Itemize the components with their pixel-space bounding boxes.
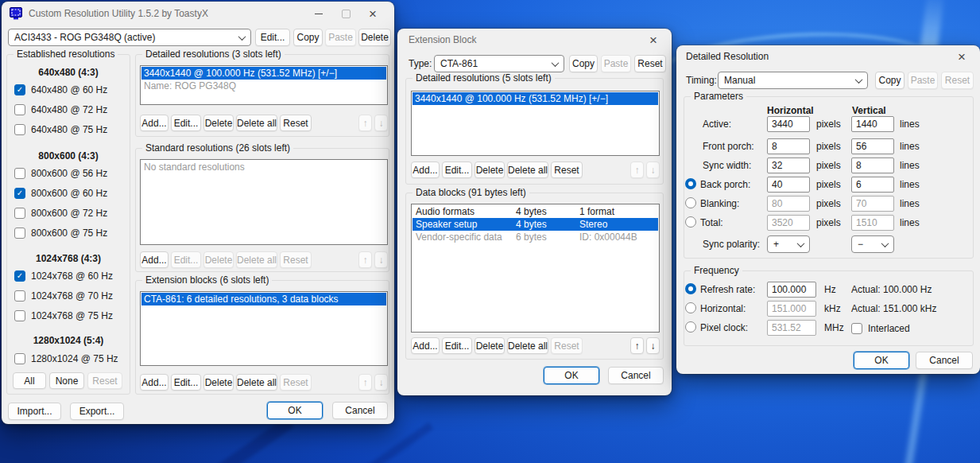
checkbox-640x480-72[interactable] bbox=[14, 104, 25, 115]
edit-display-button[interactable]: Edit... bbox=[255, 29, 290, 46]
cancel-button[interactable]: Cancel bbox=[332, 402, 388, 419]
delete-all-data-block-button[interactable]: Delete all bbox=[507, 337, 548, 354]
copy-extension-button[interactable]: Copy bbox=[569, 55, 598, 72]
back-porch-horizontal-input[interactable] bbox=[767, 177, 810, 193]
edit-extension-button[interactable]: Edit... bbox=[171, 374, 201, 391]
standard-resolutions-list[interactable]: No standard resolutions bbox=[140, 159, 388, 245]
display-dropdown[interactable]: ACI3433 - ROG PG348Q (active) bbox=[8, 29, 251, 46]
all-button[interactable]: All bbox=[13, 372, 46, 389]
horizontal-polarity-dropdown[interactable]: + bbox=[767, 235, 810, 253]
list-item[interactable]: Name: ROG PG348Q bbox=[141, 80, 386, 92]
checkbox-row[interactable]: 800x600 @ 60 Hz bbox=[14, 187, 107, 200]
checkbox-800x600-72[interactable] bbox=[14, 208, 25, 219]
close-button[interactable] bbox=[640, 29, 667, 50]
timing-dropdown[interactable]: Manual bbox=[718, 72, 868, 89]
front-porch-horizontal-input[interactable] bbox=[767, 138, 810, 154]
refresh-rate-radio[interactable] bbox=[685, 283, 696, 294]
checkbox-row[interactable]: 1024x768 @ 60 Hz bbox=[14, 270, 113, 282]
vertical-polarity-dropdown[interactable]: − bbox=[851, 235, 894, 253]
sync-width-vertical-input[interactable] bbox=[851, 158, 894, 173]
delete-data-block-button[interactable]: Delete bbox=[475, 337, 505, 354]
titlebar[interactable]: Detailed Resolution bbox=[676, 45, 980, 68]
reset-extension-button[interactable]: Reset bbox=[634, 55, 666, 72]
cancel-button[interactable]: Cancel bbox=[608, 367, 664, 384]
ok-button[interactable]: OK bbox=[544, 367, 599, 384]
checkbox-1024x768-75[interactable] bbox=[14, 310, 25, 321]
delete-display-button[interactable]: Delete bbox=[358, 29, 391, 46]
add-detailed-button[interactable]: Add... bbox=[140, 115, 168, 131]
horizontal-freq-radio[interactable] bbox=[685, 302, 696, 313]
add-standard-button[interactable]: Add... bbox=[140, 251, 168, 268]
active-horizontal-input[interactable] bbox=[767, 116, 810, 132]
detailed-resolutions-list[interactable]: 3440x1440 @ 100.000 Hz (531.52 MHz) [+/−… bbox=[140, 65, 388, 105]
checkbox-row[interactable]: 640x480 @ 60 Hz bbox=[14, 84, 107, 96]
interlaced-row[interactable]: Interlaced bbox=[851, 322, 910, 335]
checkbox-row[interactable]: 800x600 @ 75 Hz bbox=[14, 227, 107, 239]
data-blocks-list[interactable]: Audio formats 4 bytes 1 format Speaker s… bbox=[411, 204, 660, 333]
checkbox-1024x768-60[interactable] bbox=[14, 270, 25, 282]
checkbox-800x600-60[interactable] bbox=[14, 188, 25, 199]
checkbox-row[interactable]: 1024x768 @ 70 Hz bbox=[14, 290, 113, 302]
copy-timing-button[interactable]: Copy bbox=[875, 72, 904, 89]
move-up-icon[interactable] bbox=[630, 337, 644, 354]
checkbox-1024x768-70[interactable] bbox=[14, 290, 25, 302]
add-data-block-button[interactable]: Add... bbox=[411, 337, 440, 354]
front-porch-vertical-input[interactable] bbox=[851, 138, 894, 154]
delete-extension-button[interactable]: Delete bbox=[203, 374, 234, 391]
active-vertical-input[interactable] bbox=[851, 116, 894, 132]
back-porch-radio[interactable] bbox=[685, 178, 696, 189]
checkbox-640x480-75[interactable] bbox=[14, 124, 25, 135]
list-item[interactable]: CTA-861: 6 detailed resolutions, 3 data … bbox=[141, 293, 386, 305]
extension-blocks-list[interactable]: CTA-861: 6 detailed resolutions, 3 data … bbox=[140, 291, 388, 366]
refresh-rate-input[interactable] bbox=[767, 282, 816, 298]
list-item[interactable]: 3440x1440 @ 100.000 Hz (531.52 MHz) [+/−… bbox=[141, 67, 386, 80]
sync-width-horizontal-input[interactable] bbox=[767, 158, 810, 173]
edit-detailed-button[interactable]: Edit... bbox=[171, 115, 201, 131]
type-dropdown[interactable]: CTA-861 bbox=[434, 55, 564, 72]
checkbox-row[interactable]: 1024x768 @ 75 Hz bbox=[14, 309, 113, 322]
back-porch-vertical-input[interactable] bbox=[851, 177, 894, 193]
add-extension-button[interactable]: Add... bbox=[140, 374, 168, 391]
export-button[interactable]: Export... bbox=[70, 403, 124, 420]
titlebar[interactable]: Custom Resolution Utility 1.5.2 by Toast… bbox=[2, 2, 394, 25]
delete-detailed-button[interactable]: Delete bbox=[203, 115, 234, 131]
pixel-clock-radio[interactable] bbox=[685, 321, 696, 333]
close-button[interactable] bbox=[948, 46, 975, 67]
import-button[interactable]: Import... bbox=[8, 403, 61, 420]
data-block-row[interactable]: Speaker setup 4 bytes Stereo bbox=[413, 218, 658, 231]
list-item[interactable]: 3440x1440 @ 100.000 Hz (531.52 MHz) [+/−… bbox=[413, 92, 658, 105]
total-radio[interactable] bbox=[685, 216, 696, 228]
data-block-row[interactable]: Vendor-specific data 6 bytes ID: 0x00044… bbox=[413, 231, 658, 243]
titlebar[interactable]: Extension Block bbox=[397, 29, 672, 51]
checkbox-row[interactable]: 800x600 @ 56 Hz bbox=[14, 167, 107, 180]
checkbox-800x600-75[interactable] bbox=[14, 228, 25, 239]
data-block-row[interactable]: Audio formats 4 bytes 1 format bbox=[413, 205, 658, 218]
add-detailed-button[interactable]: Add... bbox=[411, 161, 440, 178]
reset-detailed-button[interactable]: Reset bbox=[280, 115, 312, 131]
checkbox-row[interactable]: 800x600 @ 72 Hz bbox=[14, 207, 107, 220]
ok-button[interactable]: OK bbox=[267, 402, 323, 419]
detailed-resolutions-list[interactable]: 3440x1440 @ 100.000 Hz (531.52 MHz) [+/−… bbox=[411, 91, 660, 156]
cancel-button[interactable]: Cancel bbox=[916, 352, 973, 369]
delete-all-detailed-button[interactable]: Delete all bbox=[236, 115, 277, 131]
checkbox-row[interactable]: 640x480 @ 75 Hz bbox=[14, 123, 107, 136]
close-button[interactable] bbox=[359, 3, 386, 24]
delete-detailed-button[interactable]: Delete bbox=[475, 161, 505, 178]
interlaced-checkbox[interactable] bbox=[851, 323, 862, 334]
edit-detailed-button[interactable]: Edit... bbox=[442, 161, 472, 178]
ok-button[interactable]: OK bbox=[854, 352, 909, 369]
copy-display-button[interactable]: Copy bbox=[293, 29, 323, 46]
checkbox-row[interactable]: 1280x1024 @ 75 Hz bbox=[14, 352, 118, 365]
checkbox-800x600-56[interactable] bbox=[14, 168, 25, 179]
checkbox-640x480-60[interactable] bbox=[14, 84, 25, 95]
minimize-button[interactable] bbox=[305, 3, 332, 24]
delete-all-extension-button[interactable]: Delete all bbox=[236, 374, 277, 391]
delete-all-detailed-button[interactable]: Delete all bbox=[507, 161, 548, 178]
reset-detailed-button[interactable]: Reset bbox=[551, 161, 583, 178]
blanking-radio[interactable] bbox=[685, 197, 696, 208]
edit-data-block-button[interactable]: Edit... bbox=[442, 337, 472, 354]
checkbox-row[interactable]: 640x480 @ 72 Hz bbox=[14, 103, 107, 116]
move-down-icon[interactable] bbox=[646, 337, 660, 354]
none-button[interactable]: None bbox=[49, 372, 84, 389]
checkbox-1280x1024-75[interactable] bbox=[14, 353, 25, 364]
